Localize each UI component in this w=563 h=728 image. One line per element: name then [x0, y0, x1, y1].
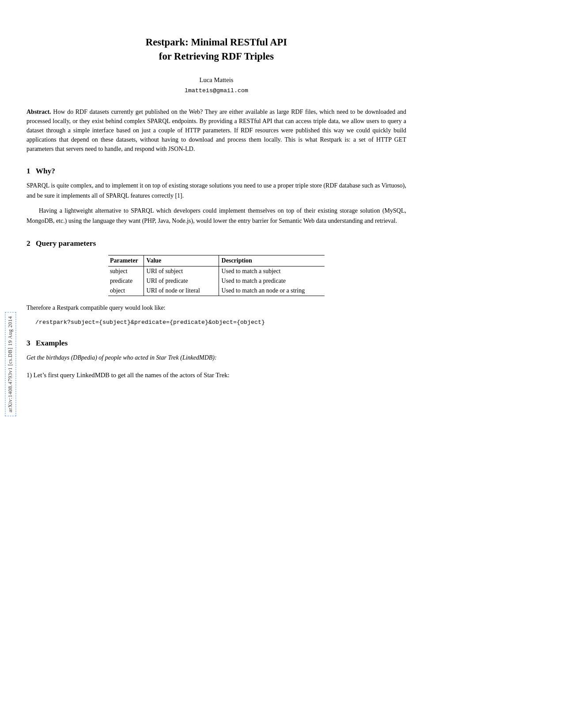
table-row: subject URI of subject Used to match a s…: [108, 266, 325, 277]
table-row: object URI of node or literal Used to ma…: [108, 286, 325, 296]
section-3-number: 3: [26, 339, 30, 347]
section-2-title: Query parameters: [36, 239, 96, 248]
section-3-title: Examples: [36, 339, 68, 347]
abstract-label: Abstract.: [26, 109, 51, 115]
title-line2: for Retrieving RDF Triples: [26, 49, 406, 64]
step-1-text: 1) Let’s first query LinkedMDB to get al…: [26, 370, 406, 380]
table-header-value: Value: [144, 255, 219, 266]
arxiv-label: arXiv:1408.4793v1 [cs.DB] 19 Aug 2014: [5, 312, 16, 416]
table-cell-param-2: predicate: [108, 276, 144, 286]
author-email: lmatteis@gmail.com: [26, 87, 406, 94]
table-header-desc: Description: [219, 255, 325, 266]
table-cell-param-1: subject: [108, 266, 144, 277]
table-cell-desc-2: Used to match a predicate: [219, 276, 325, 286]
table-row: predicate URI of predicate Used to match…: [108, 276, 325, 286]
params-table: Parameter Value Description subject URI …: [108, 255, 325, 296]
table-cell-value-1: URI of subject: [144, 266, 219, 277]
table-cell-desc-3: Used to match an node or a string: [219, 286, 325, 296]
section-1-heading: 1 Why?: [26, 167, 406, 176]
section-1-title: Why?: [36, 167, 55, 175]
table-cell-value-2: URI of predicate: [144, 276, 219, 286]
abstract-section: Abstract. How do RDF datasets currently …: [26, 107, 406, 154]
table-cell-param-3: object: [108, 286, 144, 296]
query-intro-text: Therefore a Restpark compatible query wo…: [26, 303, 406, 313]
examples-intro: Get the birthdays (DBpedia) of people wh…: [26, 353, 406, 363]
paper-title: Restpark: Minimal RESTful API for Retrie…: [26, 35, 406, 63]
query-example-code: /restpark?subject={subject}&predicate={p…: [35, 319, 406, 326]
abstract-text: Abstract. How do RDF datasets currently …: [26, 107, 406, 154]
table-header-param: Parameter: [108, 255, 144, 266]
section-1-para1: SPARQL is quite complex, and to implemen…: [26, 181, 406, 201]
section-1-number: 1: [26, 167, 30, 175]
section-3-heading: 3 Examples: [26, 339, 406, 348]
arxiv-sidebar: arXiv:1408.4793v1 [cs.DB] 19 Aug 2014: [0, 0, 21, 728]
section-2-heading: 2 Query parameters: [26, 239, 406, 248]
section-1-para2: Having a lightweight alternative to SPAR…: [26, 206, 406, 226]
author-name: Luca Matteis: [26, 76, 406, 84]
section-2-number: 2: [26, 239, 30, 248]
abstract-body: How do RDF datasets currently get publis…: [26, 109, 406, 152]
table-cell-desc-1: Used to match a subject: [219, 266, 325, 277]
title-line1: Restpark: Minimal RESTful API: [26, 35, 406, 49]
paper-content: Restpark: Minimal RESTful API for Retrie…: [26, 35, 406, 728]
table-cell-value-3: URI of node or literal: [144, 286, 219, 296]
